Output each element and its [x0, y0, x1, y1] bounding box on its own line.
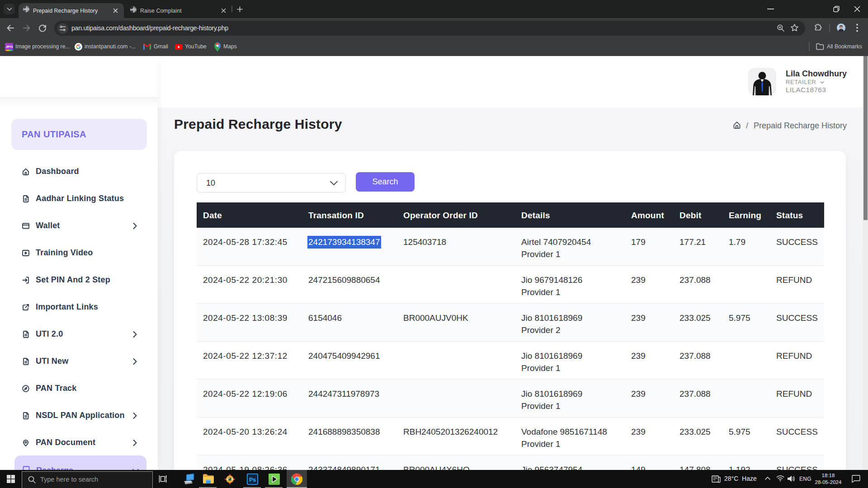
svg-text:Ps: Ps	[249, 477, 256, 483]
